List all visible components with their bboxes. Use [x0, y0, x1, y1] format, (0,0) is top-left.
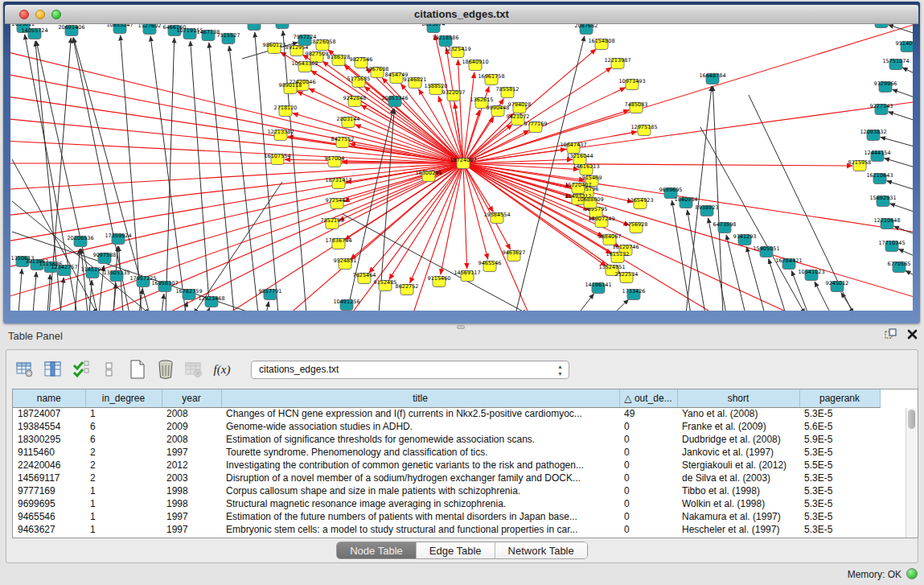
network-node[interactable]: 9146821: [404, 76, 427, 89]
table-cell[interactable]: 1997: [162, 510, 221, 523]
network-node[interactable]: 14196141: [585, 282, 611, 294]
table-cell[interactable]: 5.9E-5: [799, 433, 880, 446]
select-column-button[interactable]: [43, 359, 64, 380]
network-node[interactable]: 5175685: [347, 76, 371, 88]
table-cell[interactable]: 2012: [162, 459, 221, 472]
column-header-pagerank[interactable]: pagerank: [799, 389, 880, 407]
network-node[interactable]: 8131054: [870, 24, 893, 28]
table-cell[interactable]: 0: [619, 523, 677, 536]
network-node[interactable]: 9245012: [826, 280, 849, 292]
table-cell[interactable]: Estimation of significance thresholds fo…: [221, 433, 619, 446]
network-node[interactable]: 16961758: [478, 73, 504, 85]
network-node[interactable]: 9227343: [870, 103, 893, 115]
table-cell[interactable]: Hescheler et al. (1997): [677, 523, 799, 536]
network-node[interactable]: 9322037: [442, 89, 466, 101]
network-node[interactable]: 7515527: [217, 32, 240, 44]
network-node[interactable]: 18640910: [462, 59, 488, 71]
network-node[interactable]: 1145193: [81, 266, 105, 278]
table-cell[interactable]: Dudbridge et al. (2008): [677, 433, 799, 446]
table-cell[interactable]: 6: [85, 433, 162, 446]
network-node[interactable]: 17359924: [105, 233, 131, 245]
table-vertical-scrollbar[interactable]: [906, 408, 917, 538]
float-panel-icon[interactable]: [885, 328, 897, 343]
network-node[interactable]: 9857791: [259, 288, 282, 300]
table-cell[interactable]: 5.6E-5: [799, 420, 880, 433]
table-cell[interactable]: 2: [85, 459, 162, 472]
table-row[interactable]: 969969511998Structural magnetic resonanc…: [13, 497, 880, 510]
table-cell[interactable]: 5.3E-5: [799, 446, 880, 459]
table-cell[interactable]: 0: [619, 420, 677, 433]
network-node[interactable]: 18731417: [325, 177, 351, 189]
column-header-in_degree[interactable]: in_degree: [85, 389, 162, 407]
network-node[interactable]: 18907249: [588, 216, 614, 228]
table-cell[interactable]: 6: [85, 420, 162, 433]
new-table-button[interactable]: [127, 359, 148, 380]
network-node[interactable]: 10541023: [798, 269, 824, 281]
network-node[interactable]: 16210643: [866, 172, 893, 184]
table-cell[interactable]: Investigating the contribution of common…: [221, 459, 619, 472]
table-settings-button[interactable]: [14, 359, 35, 380]
network-node[interactable]: 15905051: [753, 245, 779, 257]
tab-network-table[interactable]: Network Table: [495, 542, 587, 558]
network-node[interactable]: 17836744: [325, 237, 351, 249]
network-node[interactable]: 1527602: [138, 24, 162, 35]
table-cell[interactable]: 19384554: [13, 420, 85, 433]
table-cell[interactable]: Estimation of the future numbers of pati…: [221, 510, 619, 523]
network-node[interactable]: 19218586: [432, 35, 458, 47]
network-node[interactable]: 7852193: [321, 217, 344, 229]
network-node[interactable]: 12325419: [444, 46, 470, 58]
network-node[interactable]: 7485083: [625, 101, 648, 113]
table-cell[interactable]: Jankovic et al. (1997): [677, 446, 799, 459]
table-cell[interactable]: 1: [85, 407, 162, 420]
column-header-year[interactable]: year: [162, 389, 221, 407]
network-node[interactable]: 16107554: [264, 153, 290, 165]
table-cell[interactable]: Wolkin et al. (1998): [677, 497, 799, 510]
network-node[interactable]: 15751074: [882, 58, 909, 70]
table-cell[interactable]: Embryonic stem cells: a model to study s…: [221, 523, 619, 536]
network-node[interactable]: 10553287: [269, 24, 295, 29]
table-cell[interactable]: 1998: [162, 484, 221, 497]
network-node[interactable]: 12923468: [198, 295, 224, 307]
table-cell[interactable]: Changes of HCN gene expression and I(f) …: [221, 407, 619, 420]
table-cell[interactable]: Disruption of a novel member of a sodium…: [221, 472, 619, 484]
network-node[interactable]: 12093832: [860, 129, 886, 141]
table-cell[interactable]: 2008: [162, 407, 221, 420]
network-node[interactable]: 1840954: [675, 196, 698, 208]
memory-status-indicator[interactable]: [906, 568, 918, 579]
column-header-title[interactable]: title: [221, 389, 619, 407]
function-builder-button[interactable]: f(x): [211, 359, 232, 380]
table-row[interactable]: 1872400712008Changes of HCN gene express…: [13, 407, 880, 420]
network-node[interactable]: 13654923: [626, 197, 653, 209]
table-cell[interactable]: 1: [85, 497, 162, 510]
tab-edge-table[interactable]: Edge Table: [417, 542, 495, 558]
network-node[interactable]: 2803144: [337, 116, 360, 128]
table-cell[interactable]: 1998: [162, 497, 221, 510]
table-cell[interactable]: 1997: [162, 523, 221, 536]
table-cell[interactable]: Tibbo et al. (1998): [677, 484, 799, 497]
network-node[interactable]: 7625464: [353, 272, 376, 284]
network-node[interactable]: 12342757: [51, 264, 77, 276]
table-cell[interactable]: 5.3E-5: [799, 497, 880, 510]
network-node[interactable]: 8622752: [396, 283, 419, 295]
network-node[interactable]: 14569117: [454, 270, 480, 282]
delete-table-button[interactable]: [155, 359, 176, 380]
network-window-titlebar[interactable]: citations_edges.txt: [5, 5, 918, 24]
table-cell[interactable]: 5.3E-5: [799, 484, 880, 497]
network-node[interactable]: 9242848: [343, 95, 367, 107]
network-node[interactable]: 10973493: [618, 78, 645, 90]
network-node[interactable]: 9524851: [334, 257, 357, 270]
table-cell[interactable]: 5.5E-5: [799, 459, 880, 472]
table-cell[interactable]: 49: [619, 407, 677, 420]
table-row[interactable]: 946554611997Estimation of the future num…: [13, 510, 880, 523]
network-node[interactable]: 9465546: [478, 260, 502, 272]
network-node[interactable]: 2522534: [615, 271, 639, 283]
network-node[interactable]: 9794028: [508, 101, 532, 113]
table-cell[interactable]: 2009: [162, 420, 221, 433]
network-node[interactable]: 6473598: [713, 221, 737, 233]
network-node[interactable]: 16154808: [588, 38, 614, 50]
network-node[interactable]: 14616213: [573, 163, 599, 175]
table-cell[interactable]: 2003: [162, 472, 221, 484]
table-cell[interactable]: 18300295: [13, 433, 85, 446]
network-node[interactable]: 9115460: [428, 275, 451, 287]
network-node[interactable]: 20691406: [58, 24, 84, 36]
